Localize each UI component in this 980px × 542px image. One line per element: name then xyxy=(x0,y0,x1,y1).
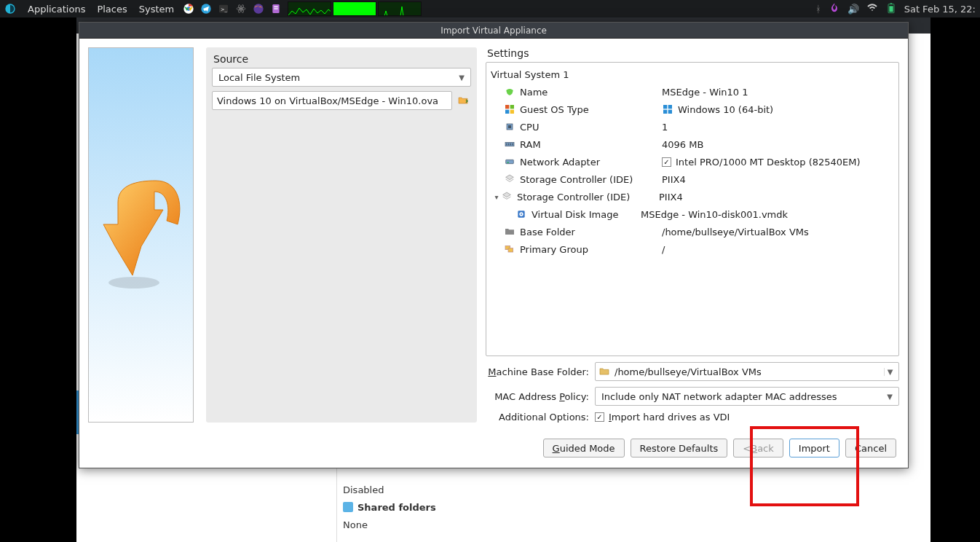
bg-shared-folders-header[interactable]: Shared folders xyxy=(337,498,930,516)
svg-rect-37 xyxy=(507,162,509,163)
svg-rect-34 xyxy=(510,144,511,146)
svg-rect-42 xyxy=(508,248,513,252)
svg-rect-35 xyxy=(512,144,513,146)
tree-row-storage2[interactable]: ▾ Storage Controller (IDE) PIIX4 xyxy=(486,188,898,205)
vm-icon xyxy=(504,86,515,98)
tree-row-cpu[interactable]: CPU 1 xyxy=(486,118,898,136)
tree-root[interactable]: Virtual System 1 xyxy=(486,66,898,83)
atom-icon[interactable] xyxy=(235,3,247,15)
terminal-icon[interactable]: >_ xyxy=(218,3,229,15)
expand-toggle[interactable]: ▾ xyxy=(492,193,501,201)
desktop-top-panel: Applications Places System >_ ᚼ 🔊 Sat Fe… xyxy=(0,0,980,17)
svg-rect-33 xyxy=(508,144,509,146)
chevron-down-icon: ▼ xyxy=(887,393,893,401)
tree-row-guestos[interactable]: Guest OS Type Windows 10 (64-bit) xyxy=(486,101,898,118)
svg-text:>_: >_ xyxy=(221,7,228,12)
svg-rect-24 xyxy=(505,110,509,114)
os-icon xyxy=(504,103,515,115)
svg-rect-16 xyxy=(890,3,892,4)
bluetooth-icon[interactable]: ᚼ xyxy=(815,4,821,15)
tree-row-basefolder[interactable]: Base Folder /home/bullseye/VirtualBox VM… xyxy=(486,223,898,240)
wifi-icon[interactable] xyxy=(866,2,878,16)
disk-icon xyxy=(515,208,527,220)
distro-logo-icon[interactable] xyxy=(3,1,17,16)
import-vdi-checkbox[interactable]: ✓ xyxy=(595,412,604,422)
machine-base-folder-picker[interactable]: /home/bullseye/VirtualBox VMs ▼ xyxy=(595,362,899,381)
settings-header: Settings xyxy=(486,47,899,59)
browse-file-button[interactable] xyxy=(455,93,471,109)
machine-base-folder-row: Machine Base Folder: /home/bullseye/Virt… xyxy=(486,362,899,381)
launcher-icons: >_ xyxy=(180,3,285,15)
cpu-graph[interactable] xyxy=(288,1,331,16)
bg-disabled-label: Disabled xyxy=(337,481,930,498)
system-graphs xyxy=(288,1,422,16)
chrome-icon[interactable] xyxy=(183,3,194,15)
chevron-down-icon[interactable]: ▼ xyxy=(884,368,896,376)
menu-places[interactable]: Places xyxy=(91,4,133,15)
svg-rect-23 xyxy=(510,105,514,109)
storage-icon xyxy=(504,173,515,185)
cpu-icon xyxy=(504,121,515,133)
svg-point-17 xyxy=(108,277,159,288)
svg-rect-25 xyxy=(510,110,514,114)
svg-point-20 xyxy=(510,90,513,93)
tree-row-group[interactable]: Primary Group / xyxy=(486,240,898,258)
menu-applications[interactable]: Applications xyxy=(22,4,91,15)
svg-point-10 xyxy=(254,4,264,13)
tree-row-storage1[interactable]: Storage Controller (IDE) PIIX4 xyxy=(486,170,898,188)
svg-rect-15 xyxy=(889,6,893,12)
svg-rect-22 xyxy=(505,105,509,109)
group-icon xyxy=(504,243,515,255)
chevron-down-icon: ▼ xyxy=(459,74,465,82)
windows-icon xyxy=(662,103,673,115)
svg-point-6 xyxy=(240,8,242,10)
svg-point-40 xyxy=(521,213,522,215)
battery-icon[interactable] xyxy=(885,2,897,16)
notes-icon[interactable] xyxy=(270,3,282,15)
tree-row-ram[interactable]: RAM 4096 MB xyxy=(486,136,898,153)
mac-policy-dropdown[interactable]: Include only NAT network adapter MAC add… xyxy=(595,387,899,406)
folder-icon xyxy=(598,366,610,377)
flame-icon[interactable] xyxy=(829,2,840,16)
svg-rect-30 xyxy=(508,125,511,128)
svg-rect-12 xyxy=(274,7,278,7)
volume-icon[interactable]: 🔊 xyxy=(847,4,859,15)
tree-row-network[interactable]: Network Adapter ✓Intel PRO/1000 MT Deskt… xyxy=(486,153,898,170)
folder-icon xyxy=(504,226,515,237)
svg-rect-36 xyxy=(506,160,514,163)
net-graph[interactable] xyxy=(378,1,422,16)
restore-defaults-button[interactable]: Restore Defaults xyxy=(631,439,728,457)
network-checkbox[interactable]: ✓ xyxy=(662,157,671,167)
dialog-titlebar[interactable]: Import Virtual Appliance xyxy=(79,23,908,39)
mem-graph[interactable] xyxy=(333,1,376,16)
svg-point-21 xyxy=(508,93,511,95)
source-file-path-input[interactable]: Vindows 10 on VirtualBox/MSEdge - Win10.… xyxy=(212,91,452,110)
settings-panel: Settings Virtual System 1 Name MSEdge - … xyxy=(486,47,899,423)
menu-system[interactable]: System xyxy=(133,4,180,15)
svg-rect-32 xyxy=(506,144,507,146)
tree-row-name[interactable]: Name MSEdge - Win10 1 xyxy=(486,83,898,101)
import-button[interactable]: Import xyxy=(789,439,839,457)
svg-rect-28 xyxy=(667,105,668,114)
mac-policy-row: MAC Address Policy: Include only NAT net… xyxy=(486,387,899,406)
appliance-settings-tree[interactable]: Virtual System 1 Name MSEdge - Win10 1 G… xyxy=(486,62,899,356)
svg-rect-13 xyxy=(274,8,278,9)
firefox-icon[interactable] xyxy=(253,3,264,15)
additional-options-row: Additional Options: ✓ Import hard drives… xyxy=(486,412,899,423)
source-type-dropdown[interactable]: Local File System ▼ xyxy=(212,68,471,87)
tree-row-disk[interactable]: Virtual Disk Image MSEdge - Win10-disk00… xyxy=(486,205,898,223)
storage-icon xyxy=(501,191,513,203)
clock[interactable]: Sat Feb 15, 22: xyxy=(904,4,976,15)
guided-mode-button[interactable]: Guided Mode xyxy=(543,439,625,457)
ram-icon xyxy=(504,138,515,150)
wizard-image xyxy=(88,47,194,423)
cancel-button[interactable]: Cancel xyxy=(845,439,896,457)
dialog-button-bar: Guided Mode Restore Defaults < Back Impo… xyxy=(79,431,908,468)
source-header: Source xyxy=(212,53,471,65)
svg-point-19 xyxy=(506,90,509,93)
system-tray: ᚼ 🔊 Sat Feb 15, 22: xyxy=(815,2,980,16)
bg-none-label: None xyxy=(337,516,930,533)
source-panel: Source Local File System ▼ Vindows 10 on… xyxy=(206,47,477,423)
telegram-icon[interactable] xyxy=(200,3,212,15)
network-icon xyxy=(504,156,515,168)
